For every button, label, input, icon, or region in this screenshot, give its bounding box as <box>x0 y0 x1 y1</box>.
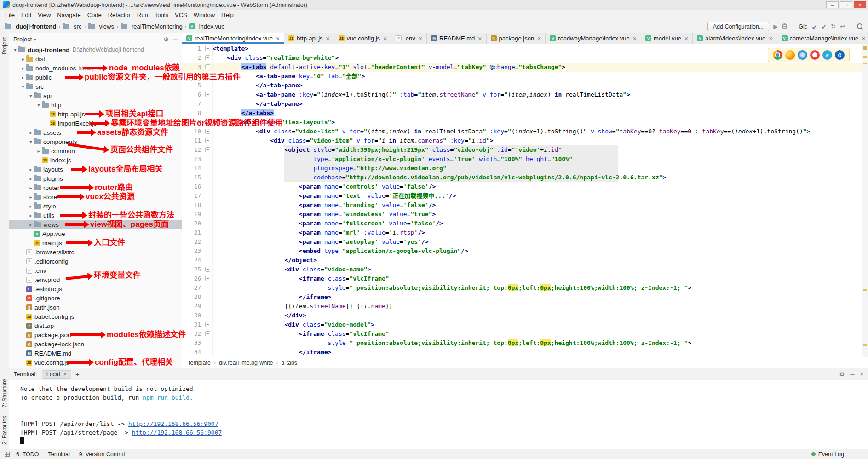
editor-tab-readme.md[interactable]: MREADME.md× <box>427 33 486 44</box>
menu-run[interactable]: Run <box>134 11 151 18</box>
breadcrumb-item-index.vue[interactable]: Vindex.vue <box>189 23 225 30</box>
menu-window[interactable]: Window <box>190 11 218 18</box>
fold-icon[interactable]: − <box>205 74 210 79</box>
git-commit-check-icon[interactable]: ✓ <box>821 23 827 30</box>
close-icon[interactable]: × <box>63 371 67 378</box>
safari-icon[interactable] <box>798 50 807 60</box>
fold-icon[interactable]: − <box>205 331 210 336</box>
close-icon[interactable]: × <box>326 35 330 42</box>
breadcrumb-div.realtime.bg-white[interactable]: div.realTime.bg-white <box>219 360 273 366</box>
tree-item-style[interactable]: ▸style <box>9 201 182 211</box>
menu-edit[interactable]: Edit <box>18 11 34 18</box>
edge-icon[interactable] <box>835 50 845 60</box>
chevron-collapsed-icon[interactable]: ▸ <box>28 195 34 200</box>
tree-item-package-lock.json[interactable]: {}package-lock.json <box>9 339 182 349</box>
chevron-expanded-icon[interactable]: ▾ <box>20 84 26 89</box>
tree-item-auth.json[interactable]: {}auth.json <box>9 303 182 312</box>
tree-item-store[interactable]: ▸store <box>9 192 182 201</box>
editor-scrollbar[interactable] <box>862 44 868 357</box>
chevron-collapsed-icon[interactable]: ▸ <box>28 204 34 209</box>
tool-window-switcher-icon[interactable] <box>5 452 10 457</box>
chevron-collapsed-icon[interactable]: ▸ <box>20 57 26 62</box>
fold-icon[interactable]: − <box>205 322 210 327</box>
inspection-indicator-icon[interactable] <box>863 46 867 50</box>
tree-item-.env.prod[interactable]: ≡.env.prod <box>9 275 182 284</box>
tree-item-importexcel.js[interactable]: JSimportExcel.js <box>9 119 182 128</box>
editor-tab-model.vue[interactable]: Vmodel.vue× <box>641 33 693 44</box>
terminal-link[interactable]: http://192.168.66.56:9007 <box>128 420 218 427</box>
menu-vcs[interactable]: VCS <box>172 11 190 18</box>
fold-icon[interactable]: − <box>205 138 210 143</box>
tree-item-duoji-frontend[interactable]: ▾duoji-frontendD:\zheheWeb\duoji-fronten… <box>9 45 182 54</box>
ie-icon[interactable] <box>822 50 832 60</box>
close-icon[interactable]: × <box>860 371 863 378</box>
chevron-collapsed-icon[interactable]: ▸ <box>28 130 34 135</box>
breadcrumb-a-tabs[interactable]: a-tabs <box>281 360 297 366</box>
tree-item-views[interactable]: ▸views <box>9 220 182 229</box>
chevron-collapsed-icon[interactable]: ▸ <box>20 66 26 71</box>
tree-item-http-api.js[interactable]: JShttp-api.js <box>9 109 182 119</box>
tree-item-public[interactable]: ▸public <box>9 73 182 82</box>
fold-icon[interactable]: − <box>205 92 210 97</box>
tree-item-readme.md[interactable]: MREADME.md <box>9 349 182 358</box>
tree-item-http[interactable]: ▾http <box>9 100 182 109</box>
close-button[interactable]: × <box>854 1 866 8</box>
tree-item-src[interactable]: ▾src <box>9 82 182 91</box>
tree-item-assets[interactable]: ▸assets <box>9 128 182 137</box>
close-icon[interactable]: × <box>537 35 541 42</box>
menu-code[interactable]: Code <box>84 11 105 18</box>
chevron-expanded-icon[interactable]: ▾ <box>28 139 34 144</box>
editor-tab-realtimemonitoring-index.vue[interactable]: VrealTimeMonitoring\index.vue× <box>182 33 284 44</box>
tree-item-.editorconfig[interactable]: ≡.editorconfig <box>9 257 182 266</box>
terminal-link[interactable]: http://192.168.66.56:9007 <box>132 429 222 436</box>
menu-file[interactable]: File <box>2 11 18 18</box>
new-terminal-tab-button[interactable]: + <box>75 370 80 378</box>
chevron-collapsed-icon[interactable]: ▸ <box>20 75 26 80</box>
chrome-icon[interactable] <box>773 50 782 60</box>
tree-item-.eslintrc.js[interactable]: E.eslintrc.js <box>9 284 182 293</box>
git-history-icon[interactable]: ↻ <box>831 23 836 29</box>
opera-icon[interactable] <box>810 50 820 60</box>
code-editor[interactable]: 1−<template>2− <div class="realTime bg-w… <box>182 44 862 357</box>
tree-item-vue.config.js[interactable]: JSvue.config.js <box>9 358 182 367</box>
maximize-button[interactable]: □ <box>840 1 852 8</box>
tree-item-api[interactable]: ▾api <box>9 91 182 100</box>
close-icon[interactable]: × <box>478 35 482 42</box>
project-panel-title[interactable]: Project <box>13 36 32 43</box>
menu-refactor[interactable]: Refactor <box>105 11 134 18</box>
editor-tab-cameramanage-index.vue[interactable]: VcameraManage\index.vue× <box>777 33 868 44</box>
fold-icon[interactable]: − <box>205 147 210 152</box>
gear-icon[interactable]: ⚙ <box>163 36 169 43</box>
gear-icon[interactable]: ⚙ <box>839 371 845 378</box>
close-icon[interactable]: × <box>383 35 387 42</box>
fold-icon[interactable]: − <box>205 46 210 51</box>
editor-tab-roadwaymanage-index.vue[interactable]: VroadwayManage\index.vue× <box>546 33 641 44</box>
chevron-expanded-icon[interactable]: ▾ <box>35 103 42 108</box>
chevron-down-icon[interactable]: ▾ <box>34 37 36 42</box>
hide-panel-icon[interactable]: ─ <box>173 36 178 43</box>
close-icon[interactable]: × <box>633 35 637 42</box>
breadcrumb-template[interactable]: template <box>189 360 211 366</box>
tree-item-main.js[interactable]: JSmain.js <box>9 238 182 247</box>
run-icon[interactable]: ▶ <box>773 23 778 29</box>
breadcrumb-item-realtimemonitoring[interactable]: realTimeMonitoring <box>121 23 183 30</box>
chevron-expanded-icon[interactable]: ▾ <box>28 93 34 98</box>
tree-item-.gitignore[interactable]: G.gitignore <box>9 293 182 303</box>
editor-tab-.env[interactable]: ≡.env× <box>391 33 427 44</box>
tree-item-.env[interactable]: ≡.env <box>9 266 182 275</box>
fold-icon[interactable]: − <box>205 120 210 125</box>
menu-navigate[interactable]: Navigate <box>54 11 84 18</box>
tree-item-app.vue[interactable]: VApp.vue <box>9 229 182 238</box>
fold-icon[interactable]: − <box>205 55 210 60</box>
tree-item-dist[interactable]: ▸dist <box>9 54 182 63</box>
close-icon[interactable]: × <box>419 35 422 42</box>
git-update-icon[interactable]: ↙ <box>812 23 817 30</box>
fold-icon[interactable]: − <box>205 64 210 69</box>
event-log-button[interactable]: Event Log <box>811 451 844 458</box>
fold-icon[interactable]: − <box>205 276 210 281</box>
tree-item-common[interactable]: ▸common <box>9 146 182 155</box>
chevron-collapsed-icon[interactable]: ▸ <box>28 213 34 218</box>
search-icon[interactable] <box>857 23 863 30</box>
editor-tab-package.json[interactable]: {}package.json× <box>487 33 546 44</box>
minimize-button[interactable]: ─ <box>826 1 839 8</box>
